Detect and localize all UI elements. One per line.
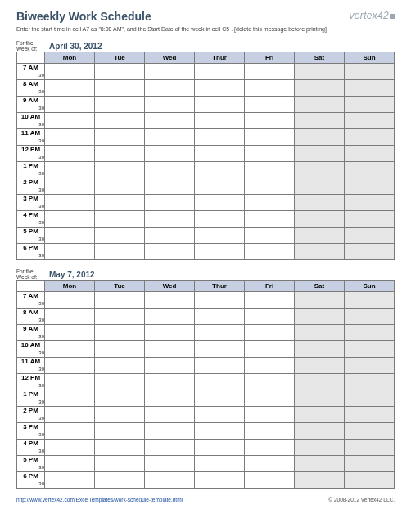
slot-cell (295, 448, 345, 456)
slot-cell (345, 456, 395, 464)
slot-cell (145, 448, 195, 456)
slot-cell (245, 219, 295, 228)
slot-cell (45, 480, 95, 489)
slot-cell (145, 154, 195, 162)
slot-cell (145, 187, 195, 195)
slot-cell (145, 228, 195, 236)
time-label: 6 PM (17, 244, 45, 252)
slot-cell (195, 448, 245, 456)
slot-cell (245, 105, 295, 113)
time-half-label: :30 (17, 448, 45, 456)
slot-cell (195, 341, 245, 349)
slot-cell (295, 431, 345, 440)
slot-cell (145, 162, 195, 170)
slot-cell (95, 423, 145, 431)
slot-cell (245, 154, 295, 162)
slot-cell (145, 219, 195, 228)
slot-cell (45, 309, 95, 317)
slot-cell (195, 399, 245, 407)
slot-cell (295, 464, 345, 472)
slot-cell (295, 341, 345, 349)
slot-cell (245, 88, 295, 97)
time-label: 1 PM (17, 162, 45, 170)
slot-cell (345, 300, 395, 309)
time-label: 5 PM (17, 228, 45, 236)
slot-cell (95, 399, 145, 407)
slot-cell (295, 317, 345, 325)
slot-cell (345, 448, 395, 456)
slot-cell (195, 292, 245, 300)
slot-cell (345, 80, 395, 88)
slot-cell (195, 382, 245, 390)
slot-cell (95, 146, 145, 154)
slot-cell (245, 72, 295, 80)
slot-cell (195, 244, 245, 252)
time-label: 5 PM (17, 456, 45, 464)
slot-cell (295, 300, 345, 309)
slot-cell (245, 374, 295, 382)
slot-cell (345, 88, 395, 97)
slot-cell (145, 309, 195, 317)
footer-copyright: © 2008-2012 Vertex42 LLC. (328, 497, 395, 503)
slot-cell (245, 440, 295, 448)
slot-cell (95, 154, 145, 162)
slot-cell (295, 228, 345, 236)
slot-cell (195, 374, 245, 382)
slot-cell (295, 382, 345, 390)
slot-cell (45, 113, 95, 121)
subtitle: Enter the start time in cell A7 as "8:00… (16, 26, 395, 32)
week-of-label: For the Week of: (16, 268, 49, 280)
day-header: Mon (45, 52, 95, 64)
slot-cell (245, 399, 295, 407)
slot-cell (195, 464, 245, 472)
slot-cell (45, 374, 95, 382)
slot-cell (245, 366, 295, 374)
slot-cell (95, 170, 145, 178)
slot-cell (195, 236, 245, 244)
slot-cell (345, 162, 395, 170)
slot-cell (345, 366, 395, 374)
slot-cell (45, 349, 95, 358)
day-header: Sun (345, 281, 395, 292)
slot-cell (245, 178, 295, 187)
slot-cell (145, 178, 195, 187)
slot-cell (195, 146, 245, 154)
footer-link[interactable]: http://www.vertex42.com/ExcelTemplates/w… (16, 497, 183, 503)
day-header: Fri (245, 52, 295, 64)
slot-cell (45, 431, 95, 440)
slot-cell (45, 423, 95, 431)
slot-cell (95, 440, 145, 448)
slot-cell (45, 219, 95, 228)
slot-cell (295, 138, 345, 146)
slot-cell (345, 138, 395, 146)
day-header: Wed (145, 281, 195, 292)
slot-cell (245, 64, 295, 72)
time-label: 3 PM (17, 195, 45, 203)
slot-cell (95, 341, 145, 349)
slot-cell (345, 113, 395, 121)
slot-cell (195, 358, 245, 366)
slot-cell (345, 228, 395, 236)
slot-cell (95, 309, 145, 317)
slot-cell (95, 80, 145, 88)
slot-cell (45, 440, 95, 448)
slot-cell (195, 349, 245, 358)
time-label: 12 PM (17, 374, 45, 382)
time-label: 6 PM (17, 472, 45, 480)
slot-cell (295, 146, 345, 154)
slot-cell (345, 178, 395, 187)
slot-cell (345, 358, 395, 366)
time-half-label: :30 (17, 399, 45, 407)
slot-cell (345, 382, 395, 390)
slot-cell (95, 88, 145, 97)
day-header: Tue (95, 52, 145, 64)
slot-cell (345, 64, 395, 72)
slot-cell (245, 300, 295, 309)
slot-cell (245, 97, 295, 105)
slot-cell (45, 390, 95, 399)
slot-cell (345, 431, 395, 440)
slot-cell (345, 187, 395, 195)
slot-cell (45, 187, 95, 195)
slot-cell (345, 309, 395, 317)
time-half-label: :30 (17, 431, 45, 440)
